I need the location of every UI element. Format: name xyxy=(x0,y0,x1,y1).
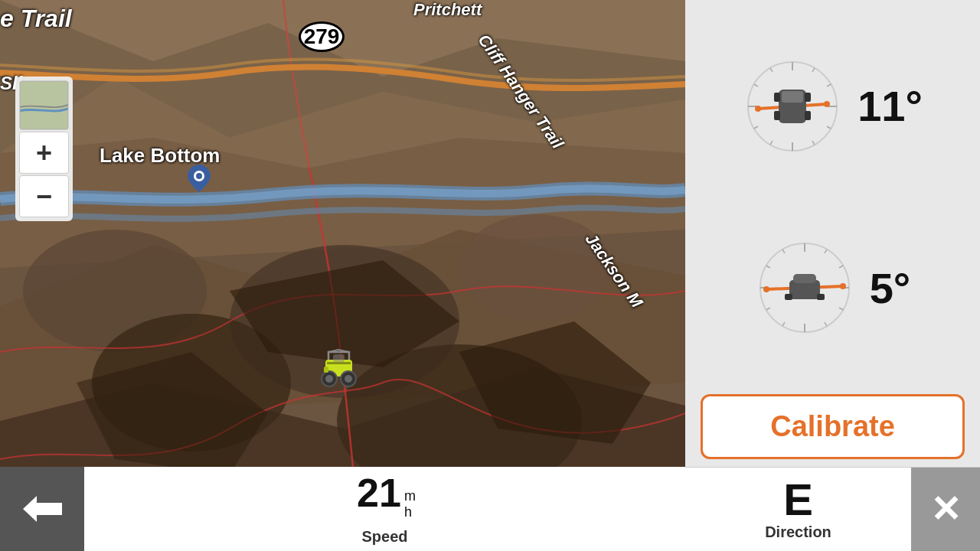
right-panel: 11° xyxy=(685,0,980,551)
zoom-out-button[interactable]: − xyxy=(19,175,69,217)
calibrate-button[interactable]: Calibrate xyxy=(701,394,965,459)
app-container: e Trail Slipway 279 Pritchett Cliff Hang… xyxy=(0,0,980,551)
front-tilt-gauge xyxy=(743,57,842,156)
svg-rect-47 xyxy=(774,111,780,120)
zoom-controls: + − xyxy=(15,77,73,221)
zoom-in-button[interactable]: + xyxy=(19,132,69,174)
side-tilt-angle: 5° xyxy=(870,263,911,313)
svg-line-54 xyxy=(839,308,843,310)
direction-value: E xyxy=(783,478,813,522)
svg-rect-44 xyxy=(782,91,803,103)
map-thumbnail xyxy=(19,80,69,130)
front-tilt-row: 11° xyxy=(693,57,972,156)
svg-point-42 xyxy=(824,101,830,107)
back-button[interactable] xyxy=(0,467,84,551)
bottom-bar: 21 m h Speed xyxy=(0,467,685,551)
svg-rect-48 xyxy=(805,111,811,120)
svg-line-38 xyxy=(754,84,758,86)
svg-line-51 xyxy=(825,249,827,253)
close-icon: ✕ xyxy=(930,491,961,528)
vehicle-icon xyxy=(318,348,360,398)
location-pin xyxy=(188,165,211,192)
direction-section: E Direction ✕ xyxy=(685,467,980,551)
svg-rect-21 xyxy=(324,367,328,373)
svg-rect-68 xyxy=(817,294,825,300)
svg-point-15 xyxy=(196,173,202,179)
svg-rect-46 xyxy=(805,93,811,102)
direction-label: Direction xyxy=(765,523,831,541)
svg-point-63 xyxy=(763,286,769,292)
svg-point-20 xyxy=(345,375,352,383)
svg-point-41 xyxy=(755,106,761,112)
speed-label: Speed xyxy=(361,528,407,546)
svg-point-18 xyxy=(325,375,333,383)
svg-line-61 xyxy=(782,249,785,253)
side-tilt-row: 5° xyxy=(693,238,972,337)
svg-line-35 xyxy=(770,141,773,145)
svg-rect-22 xyxy=(333,354,345,362)
front-tilt-angle: 11° xyxy=(858,81,923,131)
speed-panel: 21 m h Speed xyxy=(84,467,685,551)
svg-line-39 xyxy=(770,68,773,72)
svg-line-33 xyxy=(812,141,815,145)
speed-value: 21 xyxy=(357,473,401,513)
calibrate-label: Calibrate xyxy=(770,410,895,442)
svg-point-7 xyxy=(459,214,612,321)
svg-rect-23 xyxy=(327,362,351,364)
svg-line-58 xyxy=(766,308,769,310)
side-tilt-gauge xyxy=(755,238,854,337)
svg-line-60 xyxy=(766,266,769,268)
svg-line-32 xyxy=(827,126,831,129)
svg-rect-24 xyxy=(20,81,68,129)
svg-rect-67 xyxy=(785,294,792,300)
svg-line-36 xyxy=(754,126,758,129)
svg-marker-26 xyxy=(23,496,62,522)
svg-line-55 xyxy=(825,322,827,326)
svg-line-29 xyxy=(812,68,815,72)
map-view: e Trail Slipway 279 Pritchett Cliff Hang… xyxy=(0,0,685,551)
svg-line-52 xyxy=(839,266,843,268)
direction-panel: E Direction xyxy=(685,468,911,551)
speed-unit: m h xyxy=(404,488,416,520)
svg-line-30 xyxy=(827,84,831,86)
tilt-section: 11° xyxy=(685,0,980,386)
svg-line-57 xyxy=(782,322,785,326)
svg-point-64 xyxy=(840,283,846,289)
svg-rect-66 xyxy=(793,274,816,283)
svg-rect-45 xyxy=(774,93,780,102)
close-button[interactable]: ✕ xyxy=(911,468,980,551)
